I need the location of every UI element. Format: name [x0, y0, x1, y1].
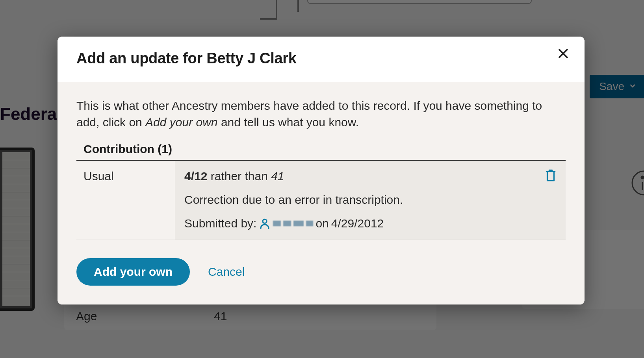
cancel-button[interactable]: Cancel: [206, 265, 247, 279]
contribution-submitted-by: Submitted by: on 4/29/2012: [184, 217, 556, 230]
modal-actions: Add your own Cancel: [76, 258, 566, 286]
contribution-value-cell: 4/12 rather than 41 Correction due to an…: [175, 161, 566, 240]
add-update-modal: Add an update for Betty J Clark This is …: [58, 37, 585, 304]
modal-header: Add an update for Betty J Clark: [58, 37, 585, 82]
contribution-heading: Contribution (1): [76, 142, 566, 161]
close-icon: [557, 47, 570, 61]
contribution-field-label: Usual: [76, 161, 175, 240]
submitter-username-redacted[interactable]: [273, 221, 313, 226]
user-icon: [259, 218, 271, 229]
contribution-row: Usual 4/12 rather than 41 Correction due…: [76, 161, 566, 240]
modal-intro: This is what other Ancestry members have…: [76, 98, 566, 131]
contribution-date: 4/29/2012: [331, 217, 384, 230]
modal-body: This is what other Ancestry members have…: [58, 82, 585, 304]
add-your-own-button[interactable]: Add your own: [76, 258, 190, 286]
modal-title: Add an update for Betty J Clark: [76, 50, 566, 67]
contribution-reason: Correction due to an error in transcript…: [184, 193, 556, 207]
contribution-correction-text: 4/12 rather than 41: [184, 170, 556, 183]
trash-icon: [545, 169, 557, 183]
delete-contribution-button[interactable]: [543, 168, 559, 184]
close-button[interactable]: [554, 44, 573, 63]
svg-point-5: [263, 219, 267, 223]
